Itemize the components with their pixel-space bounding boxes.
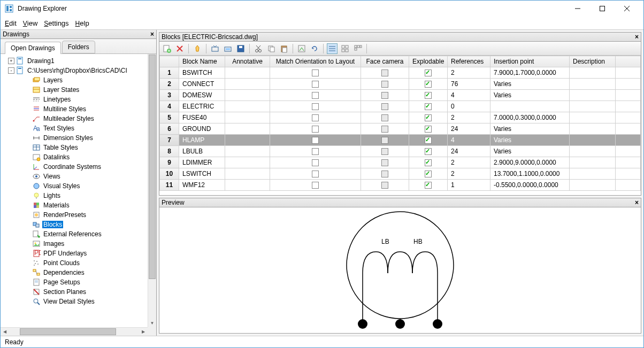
cell-references[interactable]: 2 bbox=[448, 157, 490, 168]
cell-references[interactable]: 4 bbox=[448, 135, 490, 146]
cell-face-camera[interactable] bbox=[361, 112, 409, 123]
cell-explodable[interactable] bbox=[409, 123, 448, 135]
row-number[interactable]: 9 bbox=[160, 157, 179, 168]
cell-description[interactable] bbox=[570, 101, 616, 112]
blocks-panel-close-icon[interactable]: × bbox=[635, 33, 639, 41]
column-header[interactable]: References bbox=[448, 56, 490, 67]
cell-face-camera[interactable] bbox=[361, 146, 409, 157]
checkbox-icon[interactable] bbox=[381, 81, 388, 88]
tree-item[interactable]: Lights bbox=[3, 191, 148, 200]
cell-description[interactable] bbox=[570, 157, 616, 168]
cell-match-orient[interactable] bbox=[270, 67, 361, 79]
cell-block-name[interactable]: DOMESW bbox=[179, 90, 225, 101]
drawings-tree[interactable]: +Drawing1-C:\Users\rhg\Dropbox\BricsCAD\… bbox=[1, 54, 148, 327]
save-block-icon[interactable] bbox=[235, 43, 246, 54]
table-row[interactable]: 3DOMESW4Varies bbox=[160, 90, 641, 101]
checkbox-checked-icon[interactable] bbox=[425, 81, 432, 88]
cell-annotative[interactable] bbox=[225, 180, 270, 191]
cell-face-camera[interactable] bbox=[361, 101, 409, 112]
column-header[interactable]: Explodable bbox=[409, 56, 448, 67]
table-row[interactable]: 5FUSE4027.0000,0.3000,0.0000 bbox=[160, 112, 641, 123]
cell-block-name[interactable]: HLAMP bbox=[179, 135, 225, 146]
cell-face-camera[interactable] bbox=[361, 180, 409, 191]
column-header[interactable] bbox=[160, 56, 179, 67]
checkbox-icon[interactable] bbox=[312, 69, 319, 76]
options-icon[interactable] bbox=[296, 43, 307, 54]
checkbox-icon[interactable] bbox=[381, 103, 388, 110]
cell-references[interactable]: 76 bbox=[448, 79, 490, 90]
row-number[interactable]: 1 bbox=[160, 67, 179, 79]
checkbox-checked-icon[interactable] bbox=[425, 114, 432, 121]
cell-annotative[interactable] bbox=[225, 168, 270, 180]
cell-insertion-point[interactable]: 7.9000,1.7000,0.0000 bbox=[490, 67, 570, 79]
cell-block-name[interactable]: LDIMMER bbox=[179, 157, 225, 168]
checkbox-icon[interactable] bbox=[381, 182, 388, 189]
checkbox-checked-icon[interactable] bbox=[425, 159, 432, 166]
view-large-icon[interactable] bbox=[352, 43, 363, 54]
checkbox-icon[interactable] bbox=[312, 182, 319, 189]
cell-match-orient[interactable] bbox=[270, 157, 361, 168]
tree-item[interactable]: Page Setups bbox=[3, 277, 148, 287]
checkbox-icon[interactable] bbox=[312, 103, 319, 110]
checkbox-icon[interactable] bbox=[381, 114, 388, 121]
cell-block-name[interactable]: LSWITCH bbox=[179, 168, 225, 180]
cell-match-orient[interactable] bbox=[270, 180, 361, 191]
cell-description[interactable] bbox=[570, 90, 616, 101]
cell-match-orient[interactable] bbox=[270, 101, 361, 112]
cell-annotative[interactable] bbox=[225, 79, 270, 90]
tree-item[interactable]: Coordinate Systems bbox=[3, 162, 148, 172]
tree-item[interactable]: Table Styles bbox=[3, 143, 148, 152]
table-row[interactable]: 10LSWITCH213.7000,1.1000,0.0000 bbox=[160, 168, 641, 180]
cell-explodable[interactable] bbox=[409, 146, 448, 157]
blocks-table[interactable]: Block NameAnnotativeMatch Orientation to… bbox=[159, 56, 641, 191]
table-row[interactable]: 1BSWITCH27.9000,1.7000,0.0000 bbox=[160, 67, 641, 79]
cell-face-camera[interactable] bbox=[361, 135, 409, 146]
paste-icon[interactable] bbox=[279, 43, 289, 54]
cell-insertion-point[interactable]: Varies bbox=[490, 79, 570, 90]
checkbox-icon[interactable] bbox=[381, 92, 388, 99]
cell-description[interactable] bbox=[570, 168, 616, 180]
cell-description[interactable] bbox=[570, 180, 616, 191]
cell-explodable[interactable] bbox=[409, 157, 448, 168]
cell-match-orient[interactable] bbox=[270, 112, 361, 123]
cell-annotative[interactable] bbox=[225, 67, 270, 79]
tree-item[interactable]: Visual Styles bbox=[3, 181, 148, 191]
row-number[interactable]: 8 bbox=[160, 146, 179, 157]
checkbox-checked-icon[interactable] bbox=[425, 137, 432, 144]
checkbox-icon[interactable] bbox=[381, 69, 388, 76]
cell-face-camera[interactable] bbox=[361, 79, 409, 90]
cell-references[interactable]: 24 bbox=[448, 123, 490, 135]
preview-panel-close-icon[interactable]: × bbox=[635, 199, 639, 206]
cell-explodable[interactable] bbox=[409, 79, 448, 90]
checkbox-icon[interactable] bbox=[312, 114, 319, 121]
tree-item[interactable]: Images bbox=[3, 239, 148, 249]
checkbox-icon[interactable] bbox=[312, 81, 319, 88]
cell-description[interactable] bbox=[570, 112, 616, 123]
scroll-down-icon[interactable]: ▼ bbox=[148, 319, 156, 327]
checkbox-icon[interactable] bbox=[381, 159, 388, 166]
column-header[interactable]: Face camera bbox=[361, 56, 409, 67]
cell-description[interactable] bbox=[570, 135, 616, 146]
cell-block-name[interactable]: CONNECT bbox=[179, 79, 225, 90]
maximize-button[interactable] bbox=[590, 1, 615, 17]
delete-icon[interactable] bbox=[174, 43, 185, 54]
menu-help[interactable]: Help bbox=[75, 19, 89, 27]
tree-item[interactable]: Dependencies bbox=[3, 268, 148, 277]
menu-edit[interactable]: Edit bbox=[5, 19, 17, 27]
new-icon[interactable] bbox=[162, 43, 172, 54]
tree-item[interactable]: Point Clouds bbox=[3, 258, 148, 268]
tree-item[interactable]: Datalinks bbox=[3, 152, 148, 162]
cell-match-orient[interactable] bbox=[270, 79, 361, 90]
cell-annotative[interactable] bbox=[225, 112, 270, 123]
tab-folders[interactable]: Folders bbox=[62, 41, 95, 53]
row-number[interactable]: 5 bbox=[160, 112, 179, 123]
table-row[interactable]: 9LDIMMER22.9000,9.0000,0.0000 bbox=[160, 157, 641, 168]
minimize-button[interactable] bbox=[565, 1, 590, 17]
cell-face-camera[interactable] bbox=[361, 168, 409, 180]
row-number[interactable]: 10 bbox=[160, 168, 179, 180]
column-header[interactable]: Block Name bbox=[179, 56, 225, 67]
scroll-right-icon[interactable]: ▶ bbox=[139, 328, 148, 336]
cell-insertion-point[interactable]: 7.0000,0.3000,0.0000 bbox=[490, 112, 570, 123]
cell-explodable[interactable] bbox=[409, 180, 448, 191]
cell-references[interactable]: 24 bbox=[448, 146, 490, 157]
